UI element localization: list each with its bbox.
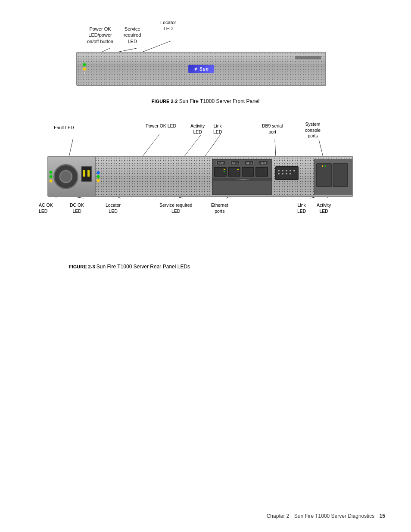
console2-act-led	[341, 165, 342, 167]
pin-8	[286, 173, 287, 174]
page-footer: Chapter 2 Sun Fire T1000 Server Diagnost…	[267, 513, 385, 519]
pin-6	[278, 173, 280, 174]
psu-leds	[50, 171, 52, 182]
net-port-row	[213, 166, 271, 178]
console1-leds	[322, 165, 326, 167]
console2-leds	[339, 165, 342, 167]
psu-section: ~AC	[48, 157, 96, 196]
fig3-caption: FIGURE 2-3 Sun Fire T1000 Server Rear Pa…	[69, 264, 385, 270]
svg-line-10	[78, 197, 84, 198]
console2-link-led	[339, 165, 340, 167]
fig2-front-panel: ☀ Sun	[76, 52, 326, 90]
rear-panel: ~AC	[47, 156, 353, 197]
fig2-caption: FIGURE 2-2 Sun Fire T1000 Server Front P…	[152, 98, 259, 104]
rear-led-cluster	[97, 171, 100, 182]
svg-line-8	[319, 140, 323, 157]
db9-serial-port	[275, 166, 299, 180]
speed-label: ←→ 10/100/1000	[213, 178, 271, 181]
network-ports-block: NET0 NET1 NET2 NET3	[212, 159, 272, 195]
fan-inner	[59, 170, 72, 183]
locator-led-rear	[97, 171, 100, 174]
figure-2-2-diagram: Power OK LED/power on/off button Service…	[76, 17, 335, 90]
fig3-label-console: System console ports	[305, 121, 321, 139]
net2-label: NET2	[245, 161, 254, 165]
ac-label: ~AC	[81, 160, 86, 163]
pin-3	[286, 170, 287, 171]
fig3-label-activity-led-top: Activity LED	[190, 123, 205, 135]
svg-line-7	[275, 140, 276, 157]
net-port-2	[242, 167, 254, 177]
fig3-label-ethernet: Ethernet ports	[211, 202, 228, 214]
db9-pins	[276, 167, 298, 177]
net3-act-led	[265, 171, 266, 172]
power-inlet	[81, 166, 92, 182]
svg-line-3	[69, 138, 73, 157]
net-port-3	[255, 167, 268, 177]
rear-panel-body: ~AC	[47, 156, 353, 197]
service-required-led	[83, 68, 86, 70]
prong-1	[83, 170, 85, 177]
pin-2	[282, 170, 283, 171]
svg-line-5	[184, 134, 201, 157]
console-port-row	[314, 159, 352, 191]
net2-link-led	[251, 169, 252, 170]
svg-line-4	[142, 134, 159, 157]
fig3-label-fault-led: Fault LED	[54, 125, 74, 131]
svg-line-13	[226, 197, 228, 198]
sun-logo: ☀ Sun	[188, 65, 214, 73]
net1-leds	[237, 169, 239, 172]
net3-label: NET3	[259, 161, 268, 165]
pin-1	[278, 170, 280, 171]
fig2-label-service-req: Service required LED	[124, 26, 141, 44]
front-panel-led-group	[83, 63, 86, 75]
fig2-labels-area: Power OK LED/power on/off button Service…	[81, 17, 330, 52]
fig3-caption-bold: FIGURE 2-3	[69, 264, 95, 269]
figure-2-3-section: Fault LED Power OK LED Activity LED Link…	[34, 121, 385, 270]
fig3-label-ac-ok: AC OK LED	[39, 202, 53, 214]
fig2-label-locator: Locator LED	[160, 19, 176, 32]
fig3-label-link-led-bottom: Link LED	[297, 202, 306, 214]
net3-link-led	[265, 169, 266, 170]
svg-line-12	[179, 197, 183, 198]
service-req-led-rear	[97, 179, 100, 182]
console-port-2	[333, 163, 348, 187]
front-panel-slot	[295, 56, 321, 59]
power-ok-led	[83, 63, 86, 66]
fig3-label-link-led-top: Link LED	[213, 123, 222, 135]
system-console-ports	[314, 159, 352, 195]
fig2-caption-bold: FIGURE 2-2	[152, 99, 178, 104]
fig3-label-power-ok: Power OK LED	[146, 123, 176, 129]
locator-led	[83, 72, 86, 75]
pin-4	[290, 170, 291, 171]
sun-logo-text: ☀ Sun	[188, 65, 214, 73]
footer-page-num: 15	[380, 513, 385, 519]
pin-9	[290, 173, 291, 174]
front-panel-body: ☀ Sun	[76, 52, 326, 86]
fig2-label-power-ok: Power OK LED/power on/off button	[87, 26, 113, 44]
fig2-caption-text: Sun Fire T1000 Server Front Panel	[177, 98, 259, 104]
net2-act-led	[251, 171, 252, 172]
net1-act-led	[237, 171, 239, 172]
power-ok-led-rear	[97, 175, 100, 178]
fig3-label-activity-led-bottom: Activity LED	[317, 202, 331, 214]
net-port-0	[214, 167, 227, 177]
pin-7	[282, 173, 283, 174]
svg-line-6	[205, 134, 221, 157]
net0-label: NET0	[216, 161, 225, 165]
footer-chapter: Chapter 2	[267, 513, 290, 519]
prong-2	[87, 170, 90, 177]
net1-link-led	[237, 169, 239, 170]
dc-ok-led	[50, 175, 52, 178]
net0-leds	[224, 169, 225, 172]
net-port-labels: NET0 NET1 NET2 NET3	[213, 160, 271, 166]
ac-ok-led	[50, 171, 52, 174]
figure-3-diagram: Fault LED Power OK LED Activity LED Link…	[34, 121, 388, 259]
fault-led-indicator	[50, 180, 52, 182]
power-prongs	[82, 167, 91, 177]
net3-leds	[265, 169, 266, 172]
fig3-caption-text: Sun Fire T1000 Server Rear Panel LEDs	[95, 264, 190, 270]
net0-link-led	[224, 169, 225, 170]
fig3-label-dc-ok: DC OK LED	[70, 202, 84, 214]
svg-line-11	[118, 197, 121, 198]
svg-line-14	[310, 197, 314, 198]
